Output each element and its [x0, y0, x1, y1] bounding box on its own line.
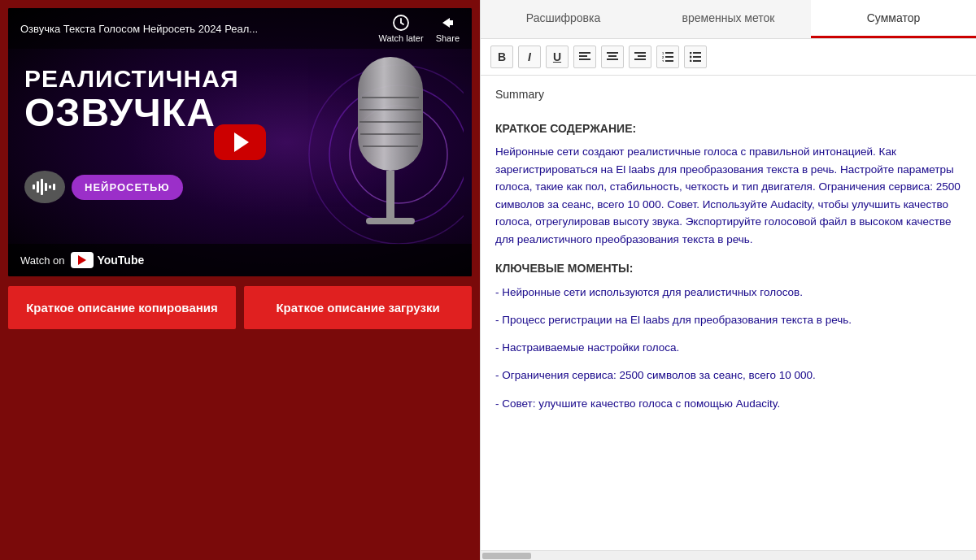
- heading2: КЛЮЧЕВЫЕ МОМЕНТЫ:: [495, 262, 961, 275]
- overlay-line1: РЕАЛИСТИЧНАЯ: [24, 65, 238, 92]
- unordered-list-icon: [690, 52, 701, 62]
- neural-label: НЕЙРОСЕТЬЮ: [72, 175, 183, 200]
- key-item-4: - Совет: улучшите качество голоса с помо…: [495, 396, 961, 412]
- paragraph1: Нейронные сети создают реалистичные голо…: [495, 143, 961, 249]
- share-button[interactable]: Share: [436, 14, 460, 43]
- play-button[interactable]: [214, 124, 266, 160]
- button-row: Краткое описание копирования Краткое опи…: [8, 286, 472, 329]
- key-item-1: - Процесс регистрации на El laabs для пр…: [495, 312, 961, 328]
- video-overlay-text: РЕАЛИСТИЧНАЯ ОЗВУЧКА: [24, 65, 238, 135]
- ordered-list-button[interactable]: 1 2 3: [656, 46, 679, 68]
- svg-point-41: [690, 52, 692, 54]
- waveform-svg: [33, 179, 57, 195]
- svg-rect-16: [41, 179, 43, 195]
- overlay-line2: ОЗВУЧКА: [24, 92, 238, 135]
- tab-transcription[interactable]: Расшифровка: [481, 0, 646, 38]
- svg-rect-14: [33, 184, 35, 189]
- svg-rect-22: [579, 59, 590, 60]
- watch-later-button[interactable]: Watch later: [378, 14, 423, 43]
- youtube-play-icon: [78, 255, 86, 265]
- tab-summator[interactable]: Сумматор: [811, 0, 976, 38]
- svg-rect-19: [53, 184, 55, 190]
- microphone-illustration: [268, 33, 464, 268]
- svg-rect-21: [579, 55, 587, 57]
- svg-rect-3: [358, 57, 423, 171]
- youtube-icon: [71, 252, 94, 268]
- share-icon: [438, 14, 456, 32]
- key-item-2: - Настраиваемые настройки голоса.: [495, 340, 961, 356]
- right-panel: Расшифровка временных меток Сумматор B I…: [480, 0, 976, 560]
- watch-on-text: Watch on: [20, 254, 64, 267]
- align-left-icon: [579, 52, 590, 62]
- svg-rect-18: [49, 185, 51, 189]
- share-label: Share: [436, 33, 460, 43]
- align-left-button[interactable]: [573, 46, 596, 68]
- svg-rect-39: [693, 56, 701, 58]
- svg-rect-10: [366, 218, 415, 224]
- svg-rect-33: [665, 56, 673, 58]
- key-item-0: - Нейронные сети используются для реалис…: [495, 284, 961, 301]
- content-area[interactable]: Summary КРАТКОЕ СОДЕРЖАНИЕ: Нейронные се…: [481, 76, 976, 550]
- svg-rect-24: [607, 52, 618, 54]
- video-title: Озвучка Текста Голосом Нейросеть 2024 Ре…: [20, 23, 370, 35]
- unordered-list-button[interactable]: [684, 46, 707, 68]
- clock-icon: [392, 14, 410, 32]
- underline-button[interactable]: U: [546, 46, 569, 68]
- svg-rect-26: [607, 59, 618, 60]
- editor-toolbar: B I U: [481, 39, 976, 76]
- tab-timestamps[interactable]: временных меток: [646, 0, 811, 38]
- download-description-button[interactable]: Краткое описание загрузки: [244, 286, 472, 329]
- bold-button[interactable]: B: [490, 46, 513, 68]
- align-center-button[interactable]: [601, 46, 624, 68]
- svg-rect-17: [45, 183, 47, 191]
- video-container: Озвучка Текста Голосом Нейросеть 2024 Ре…: [8, 8, 472, 276]
- svg-rect-30: [634, 59, 646, 60]
- h-scrollbar-thumb[interactable]: [482, 553, 531, 559]
- align-right-icon: [634, 52, 646, 62]
- align-center-icon: [607, 52, 618, 62]
- video-actions: Watch later Share: [378, 14, 460, 43]
- section-title: Summary: [495, 88, 961, 101]
- key-item-3: - Ограничения сервиса: 2500 символов за …: [495, 367, 961, 384]
- left-panel: Озвучка Текста Голосом Нейросеть 2024 Ре…: [0, 0, 480, 560]
- neural-badge: НЕЙРОСЕТЬЮ: [24, 171, 183, 203]
- svg-rect-25: [608, 55, 617, 57]
- svg-line-13: [401, 23, 403, 24]
- youtube-logo[interactable]: YouTube: [71, 252, 144, 268]
- video-title-bar: Озвучка Текста Голосом Нейросеть 2024 Ре…: [8, 8, 472, 49]
- svg-rect-15: [37, 181, 39, 193]
- play-triangle-icon: [234, 132, 249, 152]
- svg-rect-40: [693, 60, 701, 62]
- horizontal-scrollbar[interactable]: [481, 550, 976, 560]
- svg-rect-28: [634, 52, 646, 54]
- svg-rect-34: [665, 60, 673, 62]
- svg-rect-20: [579, 52, 590, 54]
- ordered-list-icon: 1 2 3: [662, 52, 673, 62]
- align-right-button[interactable]: [629, 46, 651, 68]
- youtube-wordmark: YouTube: [97, 254, 144, 267]
- svg-rect-29: [638, 55, 646, 57]
- watch-on-bar: Watch on YouTube: [8, 244, 472, 276]
- watch-later-label: Watch later: [378, 33, 423, 43]
- copy-description-button[interactable]: Краткое описание копирования: [8, 286, 236, 329]
- italic-button[interactable]: I: [518, 46, 541, 68]
- waveform-icon: [24, 171, 65, 203]
- svg-rect-38: [693, 52, 701, 54]
- svg-text:3: 3: [662, 59, 664, 62]
- svg-point-42: [690, 56, 692, 59]
- svg-rect-9: [386, 171, 394, 219]
- svg-point-43: [690, 60, 692, 63]
- svg-rect-32: [665, 52, 673, 54]
- tabs-bar: Расшифровка временных меток Сумматор: [481, 0, 976, 39]
- heading1: КРАТКОЕ СОДЕРЖАНИЕ:: [495, 122, 961, 135]
